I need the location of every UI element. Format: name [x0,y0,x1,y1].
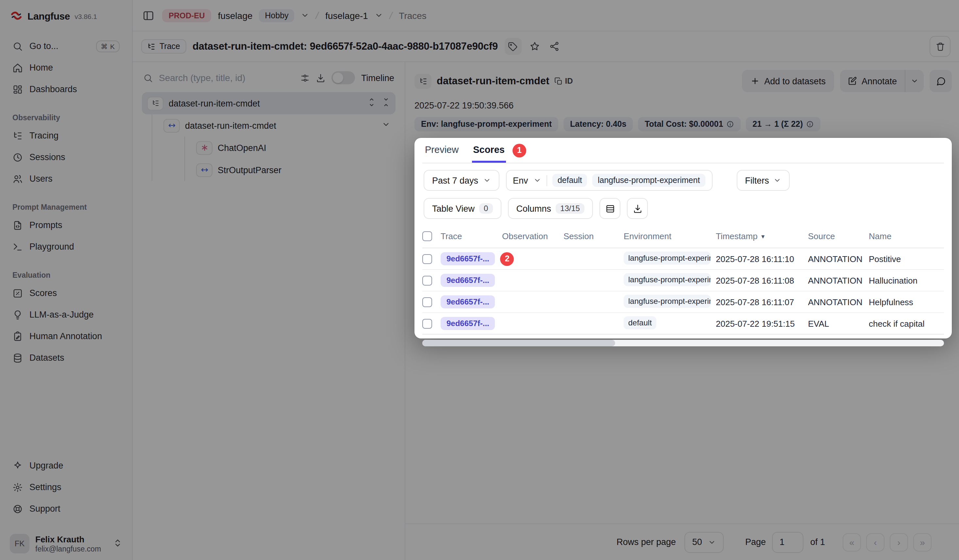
scores-toolbar-row: Table View 0 Columns 13/15 [422,194,944,225]
env-filter-label: Env [513,175,528,185]
env-filter-button[interactable]: Env default langfuse-prompt-experiment [506,170,712,191]
env-value-chip: langfuse-prompt-experiment [593,174,705,187]
date-range-button[interactable]: Past 7 days [424,170,499,191]
scrollbar-thumb[interactable] [422,340,615,346]
trace-link[interactable]: 9ed6657f-... [441,295,495,309]
trace-link[interactable]: 9ed6657f-... [441,252,495,265]
horizontal-scrollbar[interactable] [422,340,944,346]
chevron-down-icon [534,177,541,184]
name-cell: Hallucination [869,275,944,285]
sort-desc-icon: ▼ [760,233,766,240]
table-view-label: Table View [432,204,475,213]
column-header-session[interactable]: Session [564,231,624,241]
langfuse-app: Langfuse v3.86.1 Go to... ⌘ K Home Dashb… [0,0,959,560]
row-checkbox[interactable] [422,318,432,328]
scores-card: Preview Scores 1 Past 7 days Env [414,138,952,339]
name-cell: check if capital [869,318,944,328]
table-view-count: 0 [479,203,492,214]
name-cell: Helpfulness [869,297,944,307]
columns-label: Columns [516,204,551,213]
row-checkbox[interactable] [422,254,432,264]
date-range-label: Past 7 days [432,175,478,185]
environment-cell: default [624,316,656,329]
score-row[interactable]: 9ed6657f-... langfuse-prompt-experim 202… [422,270,944,291]
divider [546,175,547,186]
timestamp-cell: 2025-07-22 19:51:15 [716,318,808,328]
columns-count: 13/15 [556,203,585,214]
timestamp-cell: 2025-07-28 16:11:08 [716,275,808,285]
detail-tabs: Preview Scores 1 [422,138,944,163]
score-row[interactable]: 9ed6657f-... default 2025-07-22 19:51:15… [422,313,944,334]
row-checkbox[interactable] [422,297,432,307]
column-header-name[interactable]: Name [869,231,944,241]
column-header-trace[interactable]: Trace [441,231,502,241]
environment-cell: langfuse-prompt-experim [624,294,710,307]
env-value-chip: default [553,174,587,187]
annotation-step-2-badge: 2 [500,252,514,266]
source-cell: EVAL [808,318,869,328]
column-header-source[interactable]: Source [808,231,869,241]
select-all-checkbox[interactable] [422,231,432,241]
column-header-observation[interactable]: Observation [502,231,564,241]
annotation-step-1-badge: 1 [513,143,526,157]
environment-cell: langfuse-prompt-experim [624,251,710,264]
columns-button[interactable]: Columns 13/15 [508,198,593,219]
export-button[interactable] [627,198,648,219]
filters-label: Filters [745,175,769,185]
name-cell: Postitive [869,254,944,264]
source-cell: ANNOTATION [808,297,869,307]
environment-cell: langfuse-prompt-experim [624,273,710,286]
column-header-timestamp[interactable]: Timestamp▼ [716,231,808,241]
tab-preview[interactable]: Preview [424,138,460,163]
trace-link[interactable]: 9ed6657f-... [441,274,495,287]
row-height-button[interactable] [599,198,620,219]
score-row[interactable]: 9ed6657f-...2 langfuse-prompt-experim 20… [422,248,944,270]
table-view-button[interactable]: Table View 0 [424,198,501,219]
scores-table-header: Trace Observation Session Environment Ti… [422,225,944,248]
tab-scores[interactable]: Scores [472,138,506,163]
scores-filter-row: Past 7 days Env default langfuse-prompt-… [422,163,944,194]
chevron-down-icon [774,177,782,184]
timestamp-cell: 2025-07-28 16:11:07 [716,297,808,307]
timestamp-cell: 2025-07-28 16:11:10 [716,254,808,264]
source-cell: ANNOTATION [808,275,869,285]
chevron-down-icon [483,177,491,184]
trace-link[interactable]: 9ed6657f-... [441,317,495,330]
filters-button[interactable]: Filters [736,170,790,191]
score-row[interactable]: 9ed6657f-... langfuse-prompt-experim 202… [422,291,944,313]
row-checkbox[interactable] [422,275,432,285]
source-cell: ANNOTATION [808,254,869,264]
column-header-environment[interactable]: Environment [624,231,716,241]
